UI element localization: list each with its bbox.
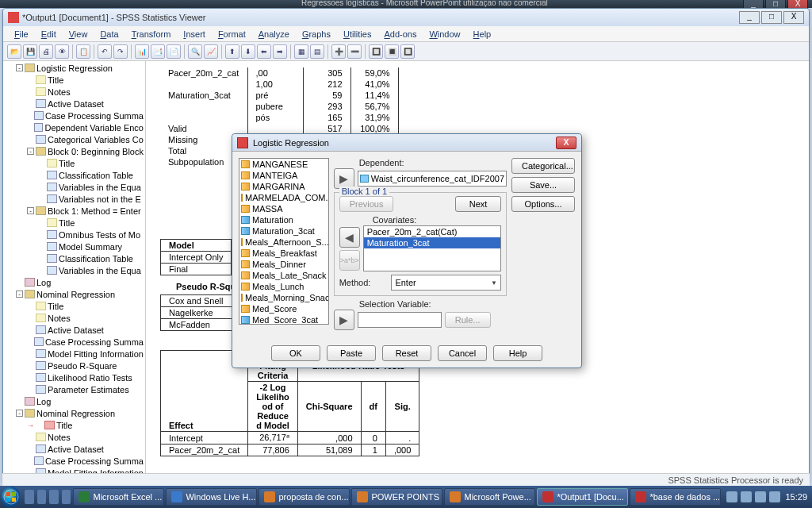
toolbar-button[interactable]: 📈 xyxy=(204,44,218,59)
taskbar-task[interactable]: POWER POINTS xyxy=(351,488,442,506)
tray-icon[interactable] xyxy=(741,491,752,502)
tree-item[interactable]: Case Processing Summa xyxy=(3,455,145,467)
menu-utilities[interactable]: Utilities xyxy=(337,28,377,40)
reset-button[interactable]: Reset xyxy=(382,345,431,361)
variable-item[interactable]: Meals_Dinner xyxy=(239,259,328,270)
save-button[interactable]: Save... xyxy=(511,177,575,193)
app-min-button[interactable]: _ xyxy=(739,11,760,24)
clock[interactable]: 15:29 xyxy=(785,492,807,502)
expand-icon[interactable]: - xyxy=(27,148,34,155)
variable-item[interactable]: Meals_Morning_Snack xyxy=(239,292,328,303)
quick-launch-icon[interactable] xyxy=(49,490,59,504)
tree-item[interactable]: Case Processing Summa xyxy=(3,336,145,348)
toolbar-button[interactable]: ⬅ xyxy=(257,44,271,59)
menu-analyze[interactable]: Analyze xyxy=(252,28,296,40)
tree-item[interactable]: Likelihood Ratio Tests xyxy=(3,371,145,383)
paste-button[interactable]: Paste xyxy=(327,345,376,361)
start-button[interactable] xyxy=(2,487,20,507)
quick-launch-icon[interactable] xyxy=(37,490,47,504)
toolbar-button[interactable]: ▦ xyxy=(294,44,308,59)
toolbar-button[interactable]: 📋 xyxy=(76,44,90,59)
variable-item[interactable]: Maturation xyxy=(239,214,328,225)
taskbar-task[interactable]: Microsoft Powe... xyxy=(444,488,535,506)
tree-item[interactable]: Pseudo R-Square xyxy=(3,360,145,371)
variable-item[interactable]: Meals_Breakfast xyxy=(239,248,328,259)
toolbar-button[interactable]: 🔲 xyxy=(400,44,415,59)
menu-format[interactable]: Format xyxy=(212,28,252,40)
next-block-button[interactable]: Next xyxy=(455,196,501,212)
variable-item[interactable]: Med_Score_3cat xyxy=(239,314,328,325)
toolbar-button[interactable]: 📑 xyxy=(151,44,165,59)
tree-item[interactable]: Variables not in the E xyxy=(3,193,145,205)
taskbar-task[interactable]: proposta de con... xyxy=(259,488,350,506)
toolbar-button[interactable]: 👁 xyxy=(55,44,69,59)
taskbar-task[interactable]: Microsoft Excel ... xyxy=(73,488,164,506)
taskbar-task[interactable]: *base de dados ... xyxy=(630,488,721,506)
tree-item[interactable]: -Block 0: Beginning Block xyxy=(3,145,145,157)
tree-item[interactable]: Omnibus Tests of Mo xyxy=(3,229,145,241)
app-max-button[interactable]: □ xyxy=(761,11,782,24)
expand-icon[interactable]: - xyxy=(16,291,23,298)
ok-button[interactable]: OK xyxy=(271,345,320,361)
toolbar-button[interactable]: ➕ xyxy=(331,44,346,59)
toolbar-button[interactable]: 📂 xyxy=(7,44,21,59)
tree-item[interactable]: -Logistic Regression xyxy=(3,62,145,74)
categorical-button[interactable]: Categorical... xyxy=(511,158,575,174)
outline-tree[interactable]: -Logistic RegressionTitleNotesActive Dat… xyxy=(3,61,146,485)
variable-item[interactable]: MANTEIGA xyxy=(239,170,328,181)
toolbar-button[interactable]: ↷ xyxy=(113,44,128,59)
tray-icon[interactable] xyxy=(726,491,737,502)
system-tray[interactable]: 15:29 xyxy=(722,491,810,502)
cancel-button[interactable]: Cancel xyxy=(438,345,487,361)
tray-icon[interactable] xyxy=(755,491,766,502)
expand-icon[interactable]: - xyxy=(27,207,34,214)
toolbar-button[interactable]: ↶ xyxy=(98,44,112,59)
toolbar-button[interactable]: 📄 xyxy=(167,44,181,59)
tree-item[interactable]: Case Processing Summa xyxy=(3,110,145,121)
toolbar-button[interactable]: 🔲 xyxy=(369,44,383,59)
tree-item[interactable]: Model Fitting Information xyxy=(3,348,145,360)
toolbar-button[interactable]: 🔳 xyxy=(385,44,399,59)
toolbar-button[interactable]: ➖ xyxy=(347,44,362,59)
taskbar-task[interactable]: *Output1 [Docu... xyxy=(537,488,628,506)
dialog-close-button[interactable]: X xyxy=(556,137,576,149)
toolbar-button[interactable]: ➡ xyxy=(273,44,287,59)
variable-item[interactable]: MARMELADA_COM... xyxy=(239,192,328,203)
tree-item[interactable]: -Nominal Regression xyxy=(3,407,145,419)
toolbar-button[interactable]: 📊 xyxy=(135,44,149,59)
move-to-selection-button[interactable]: ▶ xyxy=(334,310,354,330)
menu-insert[interactable]: Insert xyxy=(177,28,212,40)
tree-item[interactable]: Notes xyxy=(3,312,145,324)
toolbar-button[interactable]: ⬆ xyxy=(225,44,239,59)
covariate-item[interactable]: Pacer_20m_2_cat(Cat) xyxy=(364,226,500,237)
variable-item[interactable]: Med_Score xyxy=(239,303,328,314)
toolbar-button[interactable]: 🔍 xyxy=(188,44,202,59)
tree-item[interactable]: Notes xyxy=(3,86,145,98)
source-variable-list[interactable]: MANGANESEMANTEIGAMARGARINAMARMELADA_COM.… xyxy=(239,158,329,325)
taskbar-task[interactable]: Windows Live H... xyxy=(166,488,257,506)
tree-item[interactable]: Title xyxy=(3,300,145,312)
variable-item[interactable]: MARGARINA xyxy=(239,181,328,192)
covariate-item[interactable]: Maturation_3cat xyxy=(364,237,500,248)
menu-edit[interactable]: Edit xyxy=(35,28,63,40)
tree-item[interactable]: -Nominal Regression xyxy=(3,288,145,300)
tree-item[interactable]: Title xyxy=(3,419,145,431)
tree-item[interactable]: Classification Table xyxy=(3,169,145,181)
covariates-list[interactable]: Pacer_20m_2_cat(Cat)Maturation_3cat xyxy=(363,225,501,271)
variable-item[interactable]: Maturation_3cat xyxy=(239,225,328,237)
tree-item[interactable]: Active Dataset xyxy=(3,324,145,336)
menu-add-ons[interactable]: Add-ons xyxy=(377,28,423,40)
tree-item[interactable]: Log xyxy=(3,276,145,288)
quick-launch-icon[interactable] xyxy=(25,490,34,504)
tree-item[interactable]: -Block 1: Method = Enter xyxy=(3,205,145,217)
menu-data[interactable]: Data xyxy=(94,28,124,40)
tree-item[interactable]: Variables in the Equa xyxy=(3,264,145,276)
tree-item[interactable]: Classification Table xyxy=(3,252,145,264)
method-select[interactable]: Enter xyxy=(391,275,501,291)
menu-graphs[interactable]: Graphs xyxy=(296,28,337,40)
tree-item[interactable]: Notes xyxy=(3,431,145,443)
toolbar-button[interactable]: ▤ xyxy=(310,44,324,59)
tree-item[interactable]: Categorical Variables Co xyxy=(3,133,145,145)
tree-item[interactable]: Dependent Variable Enco xyxy=(3,121,145,133)
variable-item[interactable]: MANGANESE xyxy=(239,159,328,170)
